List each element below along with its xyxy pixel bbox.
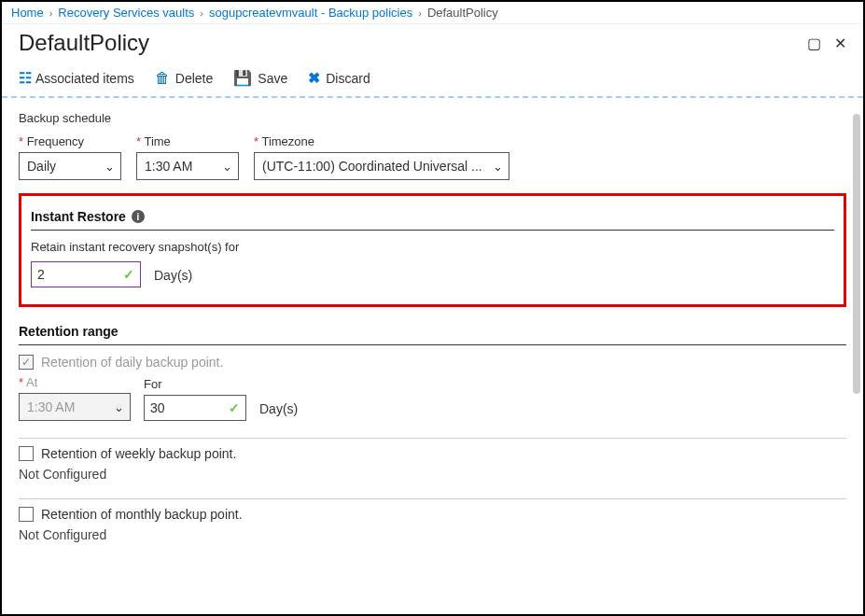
delete-button[interactable]: 🗑 Delete [155, 70, 213, 87]
chevron-right-icon: › [49, 7, 53, 19]
daily-retention-checkbox-row: Retention of daily backup point. [19, 355, 846, 370]
retain-label: Retain instant recovery snapshot(s) for [31, 240, 834, 254]
retention-range-title: Retention range [19, 318, 846, 345]
for-suffix: Day(s) [259, 401, 298, 421]
trash-icon: 🗑 [155, 70, 170, 87]
scrollbar[interactable] [853, 114, 860, 394]
discard-button[interactable]: ✖ Discard [308, 69, 370, 87]
monthly-retention-label: Retention of monthly backup point. [41, 507, 243, 522]
delete-label: Delete [175, 71, 213, 86]
instant-restore-title: Instant Restore i [31, 203, 834, 231]
for-input[interactable]: 30 ✓ [144, 395, 246, 421]
chevron-right-icon: › [200, 7, 203, 19]
divider [19, 498, 846, 499]
chevron-right-icon: › [418, 7, 422, 19]
info-icon[interactable]: i [132, 210, 145, 223]
checkmark-icon: ✓ [123, 267, 134, 282]
for-value: 30 [150, 400, 165, 415]
timezone-value: (UTC-11:00) Coordinated Universal ... [262, 159, 482, 174]
at-select: 1:30 AM ⌄ [19, 393, 131, 421]
frequency-value: Daily [27, 159, 56, 174]
retention-range-title-text: Retention range [19, 324, 119, 339]
breadcrumb-home[interactable]: Home [11, 6, 44, 20]
associated-items-button[interactable]: ☷ Associated items [19, 69, 134, 87]
save-label: Save [258, 71, 287, 86]
weekly-not-configured: Not Configured [19, 467, 846, 482]
chevron-down-icon: ⌄ [493, 160, 503, 174]
save-icon: 💾 [233, 69, 252, 87]
snapshot-days-value: 2 [37, 267, 45, 282]
breadcrumb-vault[interactable]: sogupcreatevmvault - Backup policies [209, 6, 412, 20]
daily-retention-label: Retention of daily backup point. [41, 355, 223, 370]
close-icon[interactable]: ✕ [834, 35, 846, 52]
time-value: 1:30 AM [145, 159, 192, 174]
breadcrumb: Home › Recovery Services vaults › sogupc… [2, 2, 863, 24]
chevron-down-icon: ⌄ [105, 160, 115, 174]
monthly-not-configured: Not Configured [19, 527, 846, 542]
snapshot-days-suffix: Day(s) [154, 268, 192, 287]
frequency-label: Frequency [19, 134, 121, 148]
list-icon: ☷ [19, 69, 30, 87]
monthly-retention-checkbox-row[interactable]: Retention of monthly backup point. [19, 507, 846, 522]
associated-items-label: Associated items [35, 71, 134, 86]
chevron-down-icon: ⌄ [114, 400, 124, 414]
time-label: Time [136, 134, 239, 148]
frequency-select[interactable]: Daily ⌄ [19, 152, 121, 180]
chevron-down-icon: ⌄ [222, 160, 232, 174]
timezone-label: Timezone [254, 134, 509, 148]
at-label: At [19, 375, 131, 389]
header: DefaultPolicy ▢ ✕ [2, 24, 863, 62]
page-title: DefaultPolicy [19, 30, 149, 56]
maximize-icon[interactable]: ▢ [807, 35, 821, 52]
discard-label: Discard [326, 71, 370, 86]
timezone-select[interactable]: (UTC-11:00) Coordinated Universal ... ⌄ [254, 152, 509, 180]
snapshot-days-input[interactable]: 2 ✓ [31, 261, 141, 287]
daily-retention-checkbox [19, 355, 34, 370]
breadcrumb-current: DefaultPolicy [427, 6, 498, 20]
weekly-retention-label: Retention of weekly backup point. [41, 446, 236, 461]
save-button[interactable]: 💾 Save [233, 69, 287, 87]
for-label: For [144, 377, 246, 391]
backup-schedule-heading: Backup schedule [19, 111, 846, 125]
instant-restore-title-text: Instant Restore [31, 209, 126, 224]
time-select[interactable]: 1:30 AM ⌄ [136, 152, 239, 180]
command-bar: ☷ Associated items 🗑 Delete 💾 Save ✖ Dis… [2, 62, 863, 98]
breadcrumb-rsv[interactable]: Recovery Services vaults [58, 6, 194, 20]
checkmark-icon: ✓ [229, 400, 240, 415]
divider [19, 438, 846, 439]
at-value: 1:30 AM [27, 399, 75, 414]
weekly-retention-checkbox-row[interactable]: Retention of weekly backup point. [19, 446, 846, 461]
monthly-retention-checkbox[interactable] [19, 507, 34, 522]
instant-restore-highlight: Instant Restore i Retain instant recover… [19, 193, 846, 307]
weekly-retention-checkbox[interactable] [19, 446, 34, 461]
x-icon: ✖ [308, 69, 320, 87]
content-area: Backup schedule Frequency Daily ⌄ Time 1… [2, 98, 863, 616]
